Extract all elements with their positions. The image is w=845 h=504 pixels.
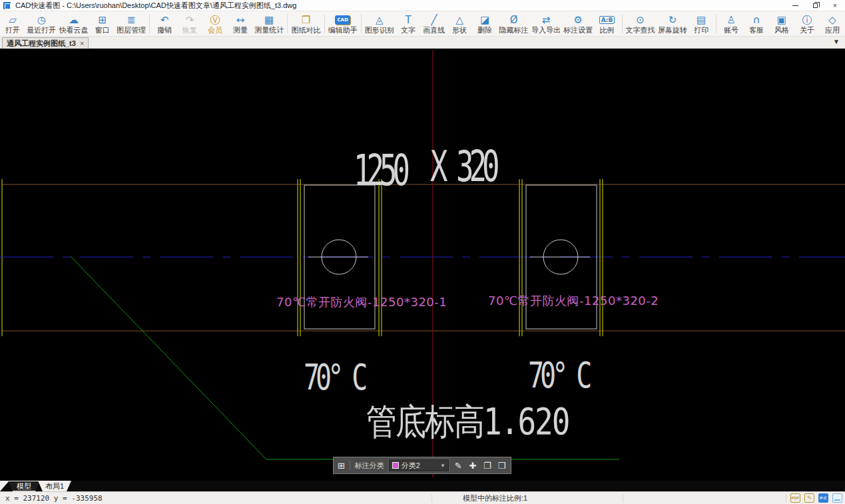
toolbar-button-label: 测量 <box>233 26 248 35</box>
toolbar-button-label: 恢复 <box>182 26 197 35</box>
cad-viewer-window: CAD快速看图 - C:\Users\ruohan\Desktop\CAD快速看… <box>0 0 845 504</box>
toolbar-button-window[interactable]: ⊞ 窗口 <box>90 11 115 36</box>
toolbar-button-label: 图纸对比 <box>291 26 320 35</box>
edit-icon[interactable]: ✎ <box>453 461 463 471</box>
toolbar-button-redo[interactable]: ↷ 恢复 <box>177 11 202 36</box>
paste-icon[interactable]: ❒ <box>497 461 507 471</box>
toolbar-button-label: 文字查找 <box>626 26 655 35</box>
toolbar-button-edit-assistant[interactable]: CAD 编辑助手 <box>326 11 358 36</box>
toolbar-button-icon: ⊙ <box>636 14 645 26</box>
toolbar-button-cloud-disk[interactable]: ☁ 快看云盘 <box>57 11 89 36</box>
title-bar: CAD快速看图 - C:\Users\ruohan\Desktop\CAD快速看… <box>0 0 845 11</box>
toolbar-button-hide-annotations[interactable]: Ø 隐藏标注 <box>497 11 529 36</box>
toolbar-button-icon: ▱ <box>9 14 17 26</box>
toolbar-button-label: 标注设置 <box>563 26 593 35</box>
toolbar-button-screen-rotate[interactable]: ↻ 屏幕旋转 <box>657 11 689 36</box>
restore-button[interactable] <box>805 0 825 11</box>
toolbar-button-undo[interactable]: ↶ 撤销 <box>152 11 177 36</box>
toolbar-button-icon: ◪ <box>480 14 489 26</box>
toolbar-button-shapes[interactable]: △ 形状 <box>447 11 472 36</box>
divider <box>786 494 786 503</box>
toolbar-button-text-search[interactable]: ⊙ 文字查找 <box>624 11 656 36</box>
toolbar-button-apps[interactable]: ◇ 应用 <box>820 11 845 36</box>
sheet-tab-wedge <box>0 481 9 491</box>
tab-layout1[interactable]: 布局1 <box>38 481 71 491</box>
pdf-export-icon[interactable]: PDF <box>790 493 800 503</box>
pc-transfer-icon[interactable]: P-C <box>818 493 828 503</box>
document-tab[interactable]: 通风工程实例图纸_t3 × <box>2 37 89 49</box>
window-title: CAD快速看图 - C:\Users\ruohan\Desktop\CAD快速看… <box>15 1 296 11</box>
sheet-tab-bar: 模型 布局1 <box>0 481 845 491</box>
minimize-icon <box>792 5 798 6</box>
move-icon[interactable]: ✚ <box>468 461 478 471</box>
toolbar-button-text[interactable]: T 文字 <box>396 11 421 36</box>
toolbar-button-delete[interactable]: ◪ 删除 <box>472 11 497 36</box>
toolbar-button-label: 快看云盘 <box>59 26 89 35</box>
toolbar-button-icon: ∩ <box>752 14 760 26</box>
chevron-down-icon: ▼ <box>440 463 445 469</box>
toolbar-button-icon: ◇ <box>828 14 836 26</box>
toolbar-button-vip-member[interactable]: Ⓥ 会员 <box>202 11 228 36</box>
toolbar-button-about[interactable]: ⓘ 关于 <box>794 11 820 36</box>
document-tab-bar: 通风工程实例图纸_t3 × ▼ <box>0 37 845 49</box>
toolbar-button-label: 比例 <box>600 26 615 35</box>
toolbar-button-label: 删除 <box>477 26 492 35</box>
category-selected-value: 分类2 <box>402 461 437 471</box>
toolbar-button-icon: ↔ <box>236 14 245 26</box>
toolbar-button-support[interactable]: ∩ 客服 <box>744 11 769 36</box>
toolbar-button-draw-line[interactable]: ╱ 画直线 <box>421 11 447 36</box>
status-bar: x = 237120 y = -335958 模型中的标注比例:1 PDF ✎ … <box>0 491 845 504</box>
toolbar-button-print[interactable]: ▤ 打印 <box>689 11 714 36</box>
copy-icon[interactable]: ❐ <box>482 461 492 471</box>
toolbar-button-layer-manager[interactable]: ≣ 图层管理 <box>115 11 147 36</box>
toolbar-button-icon: ⊞ <box>98 14 107 26</box>
toolbar-button-scale[interactable]: A:B 比例 <box>595 11 620 36</box>
toolbar-button-label: 测量统计 <box>254 26 284 35</box>
close-button[interactable]: × <box>825 0 845 11</box>
tab-overflow-icon[interactable]: ▼ <box>833 38 840 45</box>
toolbar-button-open[interactable]: ▱ 打开 <box>0 11 25 36</box>
toolbar-button-icon: ◷ <box>37 14 46 26</box>
toolbar-button-icon: Ø <box>510 14 518 26</box>
toolbar-button-import-export[interactable]: ⇄ 导入导出 <box>530 11 562 36</box>
toolbar-button-annotation-settings[interactable]: ⚙ 标注设置 <box>562 11 594 36</box>
toolbar-button-label: 画直线 <box>423 26 445 35</box>
tab-model[interactable]: 模型 <box>8 481 40 491</box>
toolbar-button-icon: ▣ <box>777 14 786 26</box>
duct-size-height-text: X 320 <box>430 142 495 191</box>
category-dropdown[interactable]: 分类2 ▼ <box>389 459 449 471</box>
restore-icon <box>813 3 818 8</box>
toolbar-button-label: 导入导出 <box>531 26 561 35</box>
divider <box>350 461 350 470</box>
toolbar-button-icon: ⚙ <box>574 14 583 26</box>
toolbar-button-account[interactable]: ♙ 账号 <box>718 11 744 36</box>
toolbar-separator <box>716 14 716 33</box>
toolbar-button-style[interactable]: ▣ 风格 <box>769 11 794 36</box>
toolbar-button-label: 风格 <box>774 26 789 35</box>
toolbar-button-icon: ❐ <box>302 14 310 26</box>
toolbar-button-icon: ◬ <box>376 14 384 26</box>
toolbar-button-icon: ╱ <box>431 14 437 26</box>
toolbar-button-label: 撤销 <box>157 26 172 35</box>
toolbar-button-icon: ▤ <box>697 14 706 26</box>
toolbar-button-icon: ☁ <box>69 14 79 26</box>
toolbar-button-label: 打开 <box>5 26 20 35</box>
toolbar-button-label: 窗口 <box>95 26 110 35</box>
toolbar-separator <box>324 14 325 33</box>
toolbar-button-measure[interactable]: ↔ 测量 <box>228 11 253 36</box>
category-grid-icon[interactable]: ⊞ <box>338 461 345 471</box>
main-toolbar: ▱ 打开 ◷ 最近打开 ☁ 快看云盘 ⊞ 窗口 ≣ 图层管理 ↶ 撤销 ↷ 恢复 <box>0 11 845 37</box>
cursor-coordinates: x = 237120 y = -335958 <box>5 494 103 503</box>
toolbar-button-label: 账号 <box>724 26 738 35</box>
toolbar-button-shape-recognition[interactable]: ◬ 图形识别 <box>364 11 396 36</box>
window-mode-icon[interactable] <box>832 493 842 503</box>
minimize-button[interactable] <box>785 0 805 11</box>
drawing-canvas[interactable]: 1250 X 320 70℃常开防火阀-1250*320-1 70℃常开防火阀-… <box>0 49 845 481</box>
toolbar-button-measure-stats[interactable]: ▦ 测量统计 <box>253 11 285 36</box>
toolbar-button-label: 关于 <box>800 26 814 35</box>
toolbar-button-recent-open[interactable]: ◷ 最近打开 <box>25 11 57 36</box>
divider <box>623 494 623 503</box>
share-export-icon[interactable]: ✎ <box>804 493 814 503</box>
tab-close-icon[interactable]: × <box>80 39 84 47</box>
toolbar-button-drawing-compare[interactable]: ❐ 图纸对比 <box>290 11 322 36</box>
